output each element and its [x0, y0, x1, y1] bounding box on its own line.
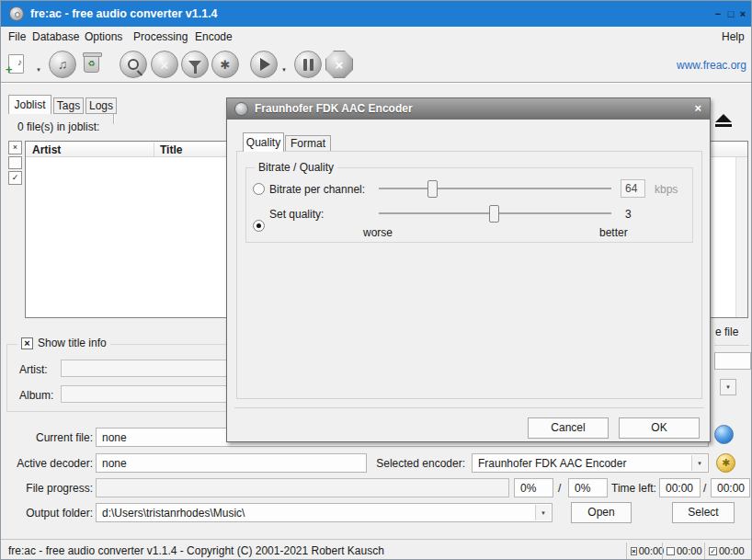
checked-x-icon: ×: [21, 337, 33, 349]
check-box-icon: ✓: [709, 547, 717, 555]
play-icon: [260, 58, 270, 71]
gold-gear-icon: ✱: [722, 457, 730, 469]
album-label: Album:: [19, 389, 53, 402]
maximize-button[interactable]: □: [725, 8, 736, 20]
window-title: fre:ac - free audio converter v1.1.4: [30, 7, 218, 20]
output-folder-label: Output folder:: [10, 507, 93, 520]
right-clipped-combo-arrow[interactable]: ▼: [720, 379, 736, 395]
encode-dropdown-arrow[interactable]: ▼: [281, 67, 287, 73]
cddb-query-button[interactable]: [120, 51, 147, 78]
add-files-dropdown-arrow[interactable]: ▼: [36, 67, 41, 73]
bitrate-label: Bitrate per channel:: [269, 183, 365, 196]
worse-label: worse: [363, 226, 393, 239]
clear-joblist-button[interactable]: ♻: [84, 54, 99, 73]
select-none-button[interactable]: [8, 156, 22, 169]
active-decoder-value: none: [96, 453, 367, 473]
select-folder-button[interactable]: Select: [672, 502, 735, 523]
statusbar-time-selected: 00:00: [662, 543, 704, 559]
menu-database[interactable]: Database: [32, 29, 79, 45]
time-left-label: Time left:: [611, 482, 656, 495]
status-bar: fre:ac - free audio converter v1.1.4 - C…: [1, 539, 752, 560]
chevron-down-icon[interactable]: ▼: [691, 455, 707, 471]
ok-button[interactable]: OK: [619, 417, 700, 439]
joblist-button[interactable]: ♫: [49, 51, 76, 78]
gear-icon: ✱: [221, 58, 231, 72]
toolbar: + ♪ ▼ ♫ ♻ × ✱ ▼ × www.freac.org: [1, 47, 752, 83]
table-scrollbar[interactable]: [735, 157, 747, 317]
minimize-button[interactable]: −: [712, 8, 724, 20]
file-progress-bar: [96, 478, 509, 497]
artist-label: Artist:: [19, 363, 48, 376]
stop-encoding-button[interactable]: ×: [325, 51, 353, 78]
bitrate-slider-thumb[interactable]: [427, 180, 438, 198]
current-file-label: Current file:: [10, 431, 93, 444]
configure-selected-button[interactable]: ×: [151, 51, 178, 78]
funnel-icon: [188, 61, 201, 68]
cancel-button[interactable]: Cancel: [528, 417, 609, 439]
menu-bar: File Database Options Processing Encode …: [1, 27, 752, 47]
menu-options[interactable]: Options: [85, 29, 122, 45]
right-clipped-field[interactable]: [714, 352, 751, 370]
menu-help[interactable]: Help: [722, 29, 745, 45]
start-encoding-button[interactable]: [250, 51, 278, 78]
show-title-info-checkbox[interactable]: × Show title info: [17, 337, 110, 349]
dialog-title-bar: Fraunhofer FDK AAC Encoder ×: [227, 98, 710, 120]
column-header-title[interactable]: Title: [160, 143, 182, 156]
statusbar-time-unselected: ✓ 00:00: [704, 543, 750, 559]
bitrate-quality-group-title: Bitrate / Quality: [255, 161, 337, 174]
eject-cd-button[interactable]: [715, 114, 732, 127]
dialog-cd-icon: [234, 102, 248, 116]
selected-encoder-combobox[interactable]: Fraunhofer FDK AAC Encoder ▼: [472, 453, 709, 473]
dialog-tab-format[interactable]: Format: [285, 135, 331, 152]
select-all-button[interactable]: ×: [8, 141, 22, 154]
output-folder-combobox[interactable]: d:\Users\tristanrhodes\Music\ ▼: [96, 503, 553, 522]
quality-slider-thumb[interactable]: [489, 205, 499, 223]
better-label: better: [599, 226, 628, 239]
clipped-single-file-label: e file: [715, 326, 738, 338]
add-files-button[interactable]: + ♪: [8, 54, 24, 74]
eject-icon: [715, 114, 732, 122]
menu-processing[interactable]: Processing: [133, 29, 188, 45]
toggle-selection-button[interactable]: ✓: [8, 171, 22, 185]
statusbar-time-all: × 00:00: [626, 543, 662, 559]
dialog-tab-quality[interactable]: Quality: [243, 132, 284, 152]
freac-website-link[interactable]: www.freac.org: [677, 59, 746, 72]
set-quality-label: Set quality:: [269, 208, 324, 221]
bitrate-slider-track: [379, 188, 611, 189]
tab-joblist[interactable]: Joblist: [8, 95, 51, 114]
close-button[interactable]: ×: [737, 8, 748, 20]
empty-box-icon: [667, 547, 675, 555]
time-left-current: 00:00: [659, 478, 701, 497]
bitrate-value-field[interactable]: 64: [621, 179, 645, 198]
info-globe-button[interactable]: [714, 425, 734, 444]
wrench-icon: ×: [161, 57, 169, 73]
time-left-total: 00:00: [711, 478, 750, 497]
joblist-count-label: 0 file(s) in joblist:: [17, 120, 99, 133]
percent-slash: /: [558, 482, 561, 495]
dialog-title: Fraunhofer FDK AAC Encoder: [255, 102, 413, 115]
total-percent-value: 0%: [568, 478, 608, 497]
open-folder-button[interactable]: Open: [571, 502, 632, 523]
settings-button[interactable]: ✱: [211, 51, 239, 78]
chevron-down-icon[interactable]: ▼: [535, 505, 551, 520]
pause-encoding-button[interactable]: [294, 51, 322, 78]
time-slash: /: [703, 482, 706, 495]
music-notes-icon: ♫: [58, 57, 68, 72]
show-title-info-label: Show title info: [38, 337, 107, 349]
tab-logs[interactable]: Logs: [85, 97, 117, 114]
file-percent-value: 0%: [514, 478, 553, 497]
magnifier-icon: [128, 59, 139, 70]
column-header-artist[interactable]: Artist: [32, 143, 61, 156]
encoder-config-button[interactable]: ✱: [716, 453, 735, 473]
file-progress-label: File progress:: [10, 482, 93, 495]
x-box-icon: ×: [631, 547, 637, 555]
menu-encode[interactable]: Encode: [195, 29, 233, 45]
bitrate-radio[interactable]: [253, 183, 265, 195]
menu-file[interactable]: File: [8, 29, 26, 45]
tab-tags[interactable]: Tags: [53, 97, 84, 114]
dialog-separator: [234, 407, 704, 408]
dialog-close-button[interactable]: ×: [694, 101, 701, 115]
active-decoder-label: Active decoder:: [10, 457, 93, 470]
set-quality-radio[interactable]: [253, 220, 265, 232]
filter-button[interactable]: [181, 51, 209, 78]
